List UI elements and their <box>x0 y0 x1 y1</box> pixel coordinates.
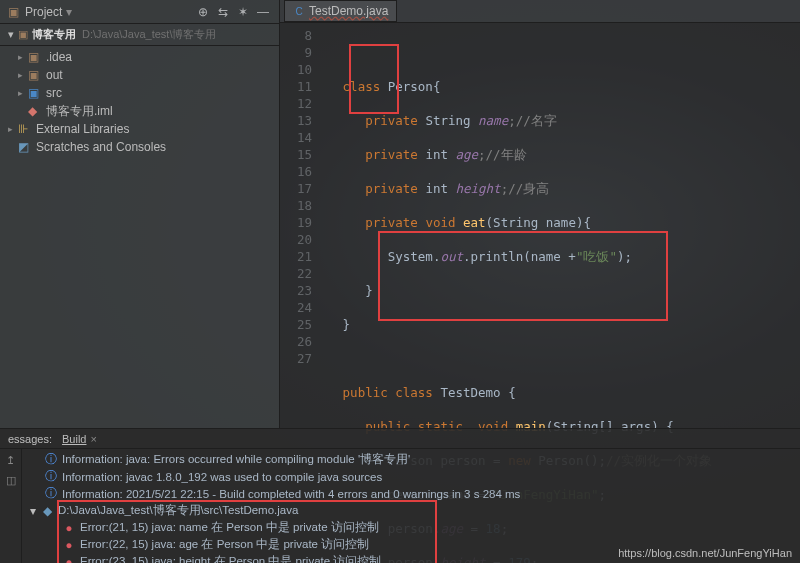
export-icon[interactable]: ↥ <box>4 453 18 467</box>
editor-tabs: C TestDemo.java <box>280 0 800 23</box>
info-icon: ⓘ <box>44 469 58 484</box>
source-folder-icon: ▣ <box>28 86 42 100</box>
chevron-down-icon <box>8 28 14 41</box>
tree-scratches[interactable]: ◩ Scratches and Consoles <box>0 138 279 156</box>
messages-header: essages: Build × <box>0 429 800 449</box>
select-opened-icon[interactable]: ⊕ <box>195 4 211 20</box>
project-root-path: D:\Java\Java_test\博客专用 <box>82 27 217 42</box>
error-icon: ● <box>62 539 76 551</box>
messages-label: essages: <box>8 433 52 445</box>
messages-tree[interactable]: ⓘ Information: java: Errors occurred whi… <box>22 449 800 563</box>
tree-folder-out[interactable]: ▣ out <box>0 66 279 84</box>
expand-all-icon[interactable]: ◫ <box>4 473 18 487</box>
editor: C TestDemo.java 891011121314151617181920… <box>280 0 800 428</box>
annotation-box-body <box>378 231 668 321</box>
messages-panel: essages: Build × ↥ ◫ ⓘ Information: java… <box>0 428 800 563</box>
msg-info-line[interactable]: ⓘ Information: 2021/5/21 22:15 - Build c… <box>22 485 800 502</box>
settings-icon[interactable]: ✶ <box>235 4 251 20</box>
tree-folder-src[interactable]: ▣ src <box>0 84 279 102</box>
msg-info-line[interactable]: ⓘ Information: javac 1.8.0_192 was used … <box>22 468 800 485</box>
tree-folder-idea[interactable]: ▣ .idea <box>0 48 279 66</box>
project-breadcrumb[interactable]: ▣ 博客专用 D:\Java\Java_test\博客专用 <box>0 24 279 46</box>
iml-file-icon: ◆ <box>28 104 42 118</box>
tab-label: TestDemo.java <box>309 4 388 18</box>
scratch-icon: ◩ <box>18 140 32 154</box>
msg-file-line[interactable]: ▾ ◆ D:\Java\Java_test\博客专用\src\TestDemo.… <box>22 502 800 519</box>
project-tree: ▣ .idea ▣ out ▣ src ◆ 博客专用.iml ⊪ Ext <box>0 46 279 158</box>
watermark: https://blog.csdn.net/JunFengYiHan <box>618 547 792 559</box>
msg-error-line[interactable]: ● Error:(21, 15) java: name 在 Person 中是 … <box>22 519 800 536</box>
project-tool-window: ▣ Project ▾ ⊕ ⇆ ✶ — ▣ 博客专用 D:\Java\Java_… <box>0 0 280 428</box>
project-panel-header: ▣ Project ▾ ⊕ ⇆ ✶ — <box>0 0 279 24</box>
folder-icon: ▣ <box>28 50 42 64</box>
tree-file-iml[interactable]: ◆ 博客专用.iml <box>0 102 279 120</box>
tab-testdemo[interactable]: C TestDemo.java <box>284 0 397 22</box>
project-root-name: 博客专用 <box>32 27 76 42</box>
library-icon: ⊪ <box>18 122 32 136</box>
hide-icon[interactable]: — <box>255 4 271 20</box>
msg-info-line[interactable]: ⓘ Information: java: Errors occurred whi… <box>22 451 800 468</box>
close-icon[interactable]: × <box>91 433 97 445</box>
folder-icon: ▣ <box>8 5 19 19</box>
folder-icon: ▣ <box>18 28 28 41</box>
folder-icon: ▣ <box>28 68 42 82</box>
build-tab[interactable]: Build <box>62 433 86 445</box>
error-icon: ● <box>62 556 76 564</box>
chevron-right-icon <box>18 88 28 98</box>
messages-toolbar: ↥ ◫ <box>0 449 22 563</box>
chevron-right-icon <box>18 70 28 80</box>
tree-external-libraries[interactable]: ⊪ External Libraries <box>0 120 279 138</box>
chevron-down-icon: ▾ <box>30 504 36 518</box>
info-icon: ⓘ <box>44 486 58 501</box>
java-file-icon: ◆ <box>40 504 54 518</box>
collapse-icon[interactable]: ⇆ <box>215 4 231 20</box>
info-icon: ⓘ <box>44 452 58 467</box>
chevron-right-icon <box>18 52 28 62</box>
project-panel-title: Project <box>25 5 62 19</box>
java-class-icon: C <box>293 5 305 17</box>
error-icon: ● <box>62 522 76 534</box>
chevron-right-icon <box>8 124 18 134</box>
